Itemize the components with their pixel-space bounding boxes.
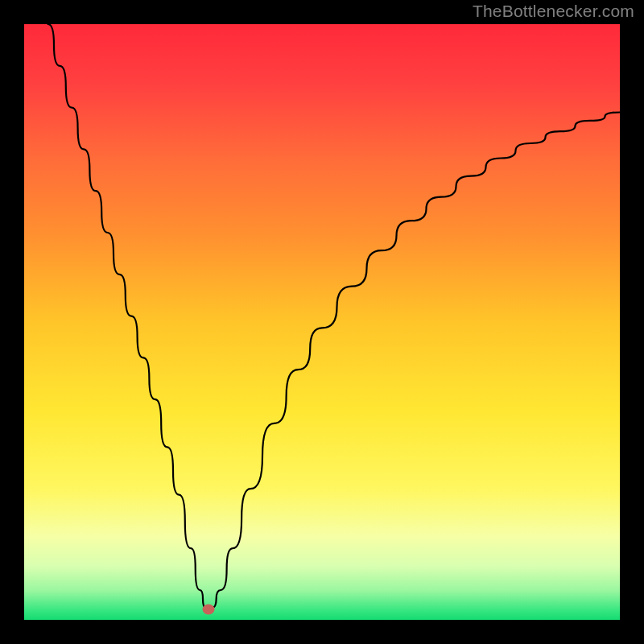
optimal-point-marker: [203, 604, 215, 614]
watermark-text: TheBottlenecker.com: [473, 2, 634, 21]
plot-background: [24, 24, 620, 620]
chart-frame: TheBottlenecker.com: [0, 0, 644, 644]
